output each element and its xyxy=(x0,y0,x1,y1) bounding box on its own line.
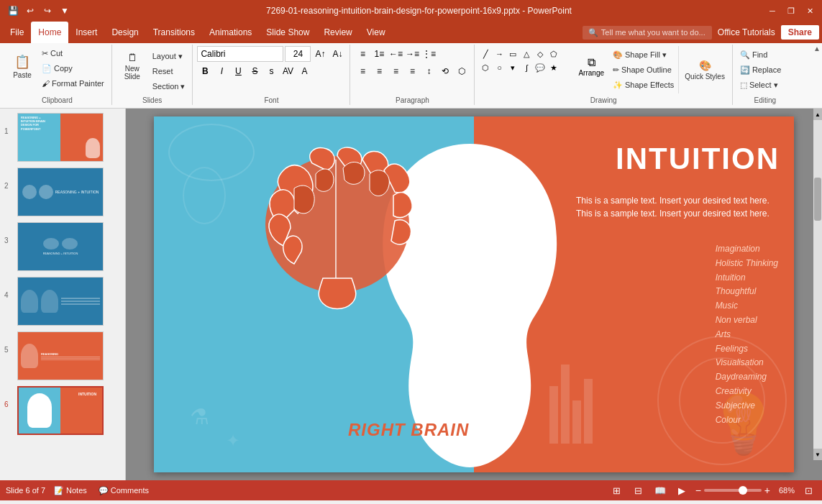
view-slide-sorter-button[interactable]: ⊟ xyxy=(631,482,647,498)
shape-curve[interactable]: ∫ xyxy=(520,61,533,74)
font-size-increase[interactable]: A↑ xyxy=(312,46,328,62)
menu-home[interactable]: Home xyxy=(31,22,68,43)
save-icon[interactable]: 💾 xyxy=(6,4,20,18)
italic-button[interactable]: I xyxy=(214,63,229,79)
redo-icon[interactable]: ↪ xyxy=(40,4,55,18)
columns-button[interactable]: ⋮≡ xyxy=(421,46,437,62)
shape-arrow[interactable]: → xyxy=(493,47,506,60)
section-button[interactable]: Section ▾ xyxy=(150,79,188,93)
scroll-up-button[interactable]: ▲ xyxy=(813,109,822,120)
zoom-slider-thumb[interactable] xyxy=(739,486,747,495)
arrange-button[interactable]: ⧉ Arrange xyxy=(574,46,608,86)
minimize-button[interactable]: ─ xyxy=(766,4,779,17)
decrease-indent[interactable]: ←≡ xyxy=(388,46,403,62)
view-slideshow-button[interactable]: ▶ xyxy=(674,482,690,498)
shape-outline-button[interactable]: ✏ Shape Outline xyxy=(610,63,677,77)
menu-transitions[interactable]: Transitions xyxy=(146,22,202,43)
slide-thumbnail-5[interactable]: 5 REASONING xyxy=(3,330,122,382)
tell-me-bar[interactable]: 🔍 Tell me what you want to do... xyxy=(583,26,712,40)
layout-button[interactable]: Layout ▾ xyxy=(150,49,188,63)
quick-styles-button[interactable]: 🎨 Quick Styles xyxy=(682,50,728,90)
zoom-slider[interactable] xyxy=(704,489,762,492)
paste-button[interactable]: 📋 Paste xyxy=(7,46,37,86)
align-center[interactable]: ≡ xyxy=(371,63,387,79)
shape-star[interactable]: ★ xyxy=(547,61,560,74)
align-right[interactable]: ≡ xyxy=(388,63,403,79)
slide-info: Slide 6 of 7 xyxy=(6,486,45,495)
undo-icon[interactable]: ↩ xyxy=(23,4,37,18)
list-item-12: Subjective xyxy=(716,399,778,413)
share-button[interactable]: Share xyxy=(781,25,819,40)
shape-triangle[interactable]: △ xyxy=(520,47,533,60)
font-name-selector[interactable]: Calibri xyxy=(197,46,283,62)
view-normal-button[interactable]: ⊞ xyxy=(609,482,625,498)
find-button[interactable]: 🔍 Find xyxy=(737,47,784,62)
line-spacing[interactable]: ↕ xyxy=(421,63,437,79)
menu-slideshow[interactable]: Slide Show xyxy=(259,22,316,43)
view-reading-button[interactable]: 📖 xyxy=(652,482,668,498)
numbering-button[interactable]: 1≡ xyxy=(371,46,387,62)
shape-effects-button[interactable]: ✨ Shape Effects xyxy=(610,78,677,92)
shape-circle[interactable]: ○ xyxy=(493,61,506,74)
text-direction[interactable]: ⟲ xyxy=(437,63,453,79)
scroll-thumb-v[interactable] xyxy=(814,178,821,221)
text-shadow-button[interactable]: s xyxy=(263,63,279,79)
scroll-down-button[interactable]: ▼ xyxy=(813,449,822,460)
replace-button[interactable]: 🔄 Replace xyxy=(737,63,784,77)
restore-button[interactable]: ❐ xyxy=(785,4,798,17)
select-button[interactable]: ⬚ Select ▾ xyxy=(737,78,784,92)
office-tutorials-button[interactable]: Office Tutorials xyxy=(718,27,775,37)
shape-hexagon[interactable]: ⬡ xyxy=(479,61,492,74)
shape-line[interactable]: ╱ xyxy=(479,47,492,60)
menu-animations[interactable]: Animations xyxy=(202,22,259,43)
zoom-in-button[interactable]: + xyxy=(764,485,770,496)
menu-design[interactable]: Design xyxy=(104,22,145,43)
slide-thumbnail-6[interactable]: 6 INTUITION xyxy=(3,385,122,436)
slide-image-6: INTUITION xyxy=(17,386,104,435)
font-color-button[interactable]: A xyxy=(296,63,312,79)
cut-button[interactable]: ✂Cut xyxy=(39,46,107,60)
shape-pentagon[interactable]: ⬠ xyxy=(547,47,560,60)
underline-button[interactable]: U xyxy=(230,63,246,79)
strikethrough-button[interactable]: S xyxy=(247,63,262,79)
menu-review[interactable]: Review xyxy=(316,22,359,43)
reset-button[interactable]: Reset xyxy=(150,64,188,78)
quick-styles-icon: 🎨 xyxy=(699,60,711,71)
slide-notes-button[interactable]: 📝 Notes xyxy=(51,486,90,495)
copy-button[interactable]: 📄Copy xyxy=(39,61,107,75)
increase-indent[interactable]: →≡ xyxy=(404,46,420,62)
slide-image-3: REASONING + INTUITION xyxy=(17,222,104,271)
justify[interactable]: ≡ xyxy=(404,63,420,79)
slide-thumbnail-1[interactable]: 1 REASONING +INTUITION BRAINDESIGN FORPO… xyxy=(3,111,122,163)
bullets-button[interactable]: ≡ xyxy=(355,46,370,62)
char-spacing-button[interactable]: AV xyxy=(280,63,296,79)
align-left[interactable]: ≡ xyxy=(355,63,370,79)
ribbon-collapse-button[interactable]: ▲ xyxy=(813,45,821,52)
slide-thumbnail-2[interactable]: 2 REASONING + INTUITION xyxy=(3,166,122,218)
new-slide-label: New Slide xyxy=(119,65,145,81)
bold-button[interactable]: B xyxy=(197,63,213,79)
close-button[interactable]: ✕ xyxy=(803,4,816,17)
convert-smartart[interactable]: ⬡ xyxy=(454,63,470,79)
slide-thumbnail-4[interactable]: 4 xyxy=(3,275,122,327)
comments-button[interactable]: 💬 Comments xyxy=(96,486,152,495)
shape-diamond[interactable]: ◇ xyxy=(534,47,547,60)
customize-icon[interactable]: ▼ xyxy=(58,4,72,18)
shape-more[interactable]: ▾ xyxy=(506,61,519,74)
new-slide-button[interactable]: 🗒 New Slide xyxy=(117,46,148,86)
list-item-11: Creativity xyxy=(716,385,778,399)
menu-view[interactable]: View xyxy=(360,22,393,43)
shape-callout[interactable]: 💬 xyxy=(534,61,547,74)
menu-file[interactable]: File xyxy=(3,22,31,43)
menu-insert[interactable]: Insert xyxy=(68,22,104,43)
shape-fill-button[interactable]: 🎨 Shape Fill ▾ xyxy=(610,47,677,62)
format-painter-button[interactable]: 🖌Format Painter xyxy=(39,76,107,91)
right-scrollbar[interactable]: ▲ ▼ xyxy=(813,109,822,460)
font-size-selector[interactable]: 24 xyxy=(285,46,311,62)
slide-canvas[interactable]: 💡 xyxy=(154,116,794,472)
shape-rect[interactable]: ▭ xyxy=(506,47,519,60)
zoom-out-button[interactable]: − xyxy=(695,485,701,496)
fit-slide-button[interactable]: ⊡ xyxy=(800,482,816,498)
font-size-decrease[interactable]: A↓ xyxy=(329,46,345,62)
slide-thumbnail-3[interactable]: 3 REASONING + INTUITION xyxy=(3,221,122,272)
